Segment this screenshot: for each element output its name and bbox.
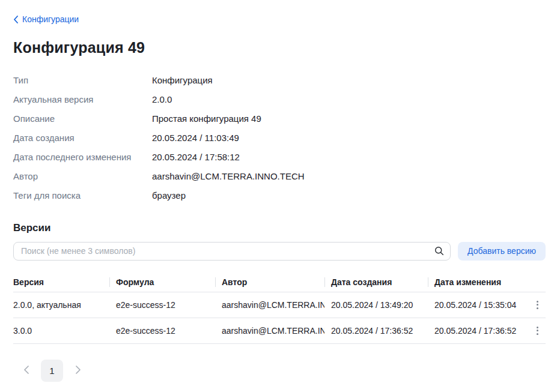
pagination-next-button[interactable] [71,363,85,378]
detail-label: Тип [13,74,152,86]
kebab-menu-icon[interactable] [534,324,541,337]
cell-version: 3.0.0 [13,326,109,336]
cell-created: 20.05.2024 / 13:49:20 [324,300,428,310]
detail-value: Конфигурация [152,74,546,86]
detail-row-author: Автор aarshavin@LCM.TERRA.INNO.TECH [13,170,546,182]
chevron-left-icon [13,16,18,23]
detail-value: Простая конфигурация 49 [152,113,546,125]
detail-value: aarshavin@LCM.TERRA.INNO.TECH [152,170,546,182]
chevron-left-icon [23,366,29,376]
cell-modified: 20.05.2024 / 15:35:04 [428,300,523,310]
cell-author: aarshavin@LCM.TERRA.INNO.TECH [215,326,324,336]
column-header-author: Автор [215,277,324,287]
column-header-created: Дата создания [324,277,428,287]
page-title: Конфигурация 49 [13,39,546,56]
kebab-menu-icon[interactable] [534,298,541,312]
versions-table-body: 2.0.0, актуальная e2e-success-12 aarshav… [13,292,546,344]
detail-row-created-date: Дата создания 20.05.2024 / 11:03:49 [13,132,546,144]
detail-label: Теги для поиска [13,190,152,202]
row-actions [523,298,546,312]
detail-value: 2.0.0 [152,94,546,106]
back-link-label: Конфигурации [22,14,79,24]
detail-label: Описание [13,113,152,125]
column-header-modified: Дата изменения [428,277,523,287]
versions-section-heading: Версии [13,222,546,234]
column-header-version: Версия [13,277,109,287]
search-field-wrapper [13,242,451,261]
cell-author: aarshavin@LCM.TERRA.INNO.TECH [215,300,324,310]
detail-label: Дата создания [13,132,152,144]
detail-row-description: Описание Простая конфигурация 49 [13,113,546,125]
detail-label: Дата последнего изменения [13,151,152,163]
cell-created: 20.05.2024 / 17:36:52 [324,326,428,336]
cell-modified: 20.05.2024 / 17:36:52 [428,326,523,336]
versions-table-header: Версия Формула Автор Дата создания Дата … [13,273,546,292]
cell-version: 2.0.0, актуальная [13,300,109,310]
row-actions [523,324,546,337]
detail-row-type: Тип Конфигурация [13,74,546,86]
chevron-right-icon [76,366,81,376]
detail-label: Автор [13,170,152,182]
detail-row-modified-date: Дата последнего изменения 20.05.2024 / 1… [13,151,546,163]
configuration-detail-page: Конфигурации Конфигурация 49 Тип Конфигу… [0,0,557,382]
pagination: 1 [13,360,546,382]
detail-value: 20.05.2024 / 17:58:12 [152,151,546,163]
column-header-formula: Формула [109,277,215,287]
table-row[interactable]: 2.0.0, актуальная e2e-success-12 aarshav… [13,292,546,318]
pagination-prev-button[interactable] [19,363,33,378]
versions-search-input[interactable] [13,242,451,261]
back-to-configurations-link[interactable]: Конфигурации [13,14,79,24]
versions-table: Версия Формула Автор Дата создания Дата … [13,273,546,344]
add-version-button[interactable]: Добавить версию [458,242,546,261]
configuration-details: Тип Конфигурация Актуальная версия 2.0.0… [13,74,546,202]
detail-label: Актуальная версия [13,94,152,106]
versions-toolbar: Добавить версию [13,242,546,261]
detail-value: 20.05.2024 / 11:03:49 [152,132,546,144]
pagination-page-1[interactable]: 1 [41,360,63,382]
detail-row-tags: Теги для поиска браузер [13,190,546,202]
detail-row-actual-version: Актуальная версия 2.0.0 [13,94,546,106]
cell-formula: e2e-success-12 [109,326,215,336]
cell-formula: e2e-success-12 [109,300,215,310]
search-icon[interactable] [434,246,444,256]
detail-value: браузер [152,190,546,202]
table-row[interactable]: 3.0.0 e2e-success-12 aarshavin@LCM.TERRA… [13,318,546,344]
